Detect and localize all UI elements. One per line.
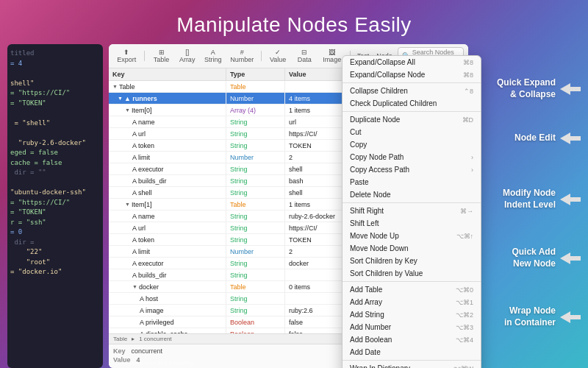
cell-key: A image xyxy=(109,305,226,316)
menu-check-duplicated[interactable]: Check Duplicated Children xyxy=(343,97,481,110)
cell-key: ▼ docker xyxy=(109,281,226,292)
menu-item-label: Add Array xyxy=(350,298,382,306)
export-button[interactable]: ⬆ Export xyxy=(113,47,140,65)
menu-duplicate-node[interactable]: Duplicate Node ⌘D xyxy=(343,113,481,126)
menu-add-string[interactable]: Add String ⌥⌘2 xyxy=(343,308,481,321)
menu-collapse-children[interactable]: Collapse Children ⌃8 xyxy=(343,85,481,97)
menu-delete-node[interactable]: Delete Node xyxy=(343,188,481,201)
menu-separator xyxy=(343,111,481,112)
cell-type: Number xyxy=(226,93,285,104)
menu-item-label: Add Date xyxy=(350,348,381,356)
menu-item-shortcut: ⌘8 xyxy=(463,59,473,66)
annotation-quick-add: Quick AddNew Node xyxy=(512,247,581,269)
code-line: = 4 xyxy=(10,59,100,69)
cell-key: A privileged xyxy=(109,316,226,328)
cell-type: Table xyxy=(226,199,285,210)
cell-type: String xyxy=(226,293,285,304)
menu-item-label: Shift Right xyxy=(350,207,384,215)
menu-separator xyxy=(343,360,481,361)
cell-type: String xyxy=(226,128,285,139)
menu-move-node-down[interactable]: Move Node Down xyxy=(343,242,481,255)
menu-add-array[interactable]: Add Array ⌥⌘1 xyxy=(343,296,481,308)
arrow-left-icon xyxy=(560,83,581,95)
menu-cut[interactable]: Cut xyxy=(343,126,481,138)
code-line: cache = false xyxy=(10,158,100,169)
cell-key: A url xyxy=(109,222,226,233)
menu-sort-by-value[interactable]: Sort Children by Value xyxy=(343,267,481,280)
menu-sort-by-key[interactable]: Sort Children by Key xyxy=(343,255,481,267)
cell-key: A shell xyxy=(109,187,226,198)
value-button[interactable]: ✓ Value xyxy=(266,47,290,65)
code-line: = "TOKEN" xyxy=(10,208,100,218)
code-line: titled xyxy=(10,49,100,59)
context-menu: Expand/Collapse All ⌘8 Expand/Collapse N… xyxy=(342,55,481,368)
table-button[interactable]: ⊞ Table xyxy=(149,47,173,65)
annotation-wrap-node: Wrap Nodein Container xyxy=(504,305,581,328)
menu-item-label: Cut xyxy=(350,128,362,136)
code-line: = "docker.io" xyxy=(10,267,100,277)
code-line: "22" xyxy=(10,247,100,258)
cell-type: String xyxy=(226,258,285,269)
menu-copy[interactable]: Copy xyxy=(343,138,481,151)
toolbar-separator xyxy=(261,51,262,61)
menu-wrap-in-dictionary[interactable]: Wrap In Dictionary ⌥⌘W xyxy=(343,362,481,368)
cell-type: String xyxy=(226,175,285,186)
annotation-text: Node Edit xyxy=(514,132,556,144)
code-line xyxy=(10,68,100,79)
cell-key: ▼ Item[1] xyxy=(109,199,226,210)
menu-copy-node-path[interactable]: Copy Node Path › xyxy=(343,151,481,163)
menu-item-label: Duplicate Node xyxy=(350,116,400,124)
data-button[interactable]: ⊟ Data xyxy=(293,47,316,65)
code-line: "root" xyxy=(10,258,100,268)
annotation-node-edit: Node Edit xyxy=(514,132,581,144)
menu-item-shortcut: › xyxy=(471,166,473,174)
menu-item-label: Shift Left xyxy=(350,219,379,227)
code-line: eged = false xyxy=(10,148,100,158)
arrow-left-icon xyxy=(560,194,581,205)
menu-item-shortcut: ⌥⌘4 xyxy=(456,336,473,344)
menu-item-label: Add Boolean xyxy=(350,336,392,344)
code-line: = "https://CI/" xyxy=(10,198,100,208)
menu-shift-right[interactable]: Shift Right ⌘→ xyxy=(343,205,481,217)
annotations-panel: Quick Expand& Collapse Node Edit Modify … xyxy=(474,44,581,368)
menu-item-shortcut: › xyxy=(471,154,473,161)
left-code-panel: titled = 4 shell" = "https://CI/" = "TOK… xyxy=(7,44,103,368)
menu-expand-collapse-node[interactable]: Expand/Collapse Node ⌘8 xyxy=(343,68,481,81)
arrow-left-icon xyxy=(560,252,581,264)
menu-item-shortcut: ⌥⌘2 xyxy=(456,311,473,319)
cell-key: A name xyxy=(109,116,226,127)
code-line xyxy=(10,108,100,118)
cell-key: A limit xyxy=(109,246,226,257)
code-line: = 0 xyxy=(10,227,100,238)
array-button[interactable]: [] Array xyxy=(176,47,198,65)
cell-key: A disable_cache xyxy=(109,328,226,333)
menu-expand-collapse-all[interactable]: Expand/Collapse All ⌘8 xyxy=(343,56,481,68)
menu-move-node-up[interactable]: Move Node Up ⌥⌘↑ xyxy=(343,230,481,242)
menu-item-label: Expand/Collapse All xyxy=(350,58,415,66)
annotation-text: Wrap Nodein Container xyxy=(504,305,556,328)
string-button[interactable]: A String xyxy=(201,47,225,65)
code-line xyxy=(10,128,100,138)
menu-item-shortcut: ⌘→ xyxy=(460,208,473,215)
status-separator: ▸ xyxy=(132,336,135,342)
menu-item-shortcut: ⌥⌘3 xyxy=(456,324,473,331)
annotation-text: Quick Expand& Collapse xyxy=(497,77,556,100)
menu-copy-access-path[interactable]: Copy Access Path › xyxy=(343,163,481,176)
annotation-text: Quick AddNew Node xyxy=(512,247,556,269)
menu-shift-left[interactable]: Shift Left xyxy=(343,217,481,230)
menu-add-number[interactable]: Add Number ⌥⌘3 xyxy=(343,321,481,333)
menu-item-label: Add String xyxy=(350,311,384,319)
cell-key: A token xyxy=(109,140,226,151)
cell-key: A host xyxy=(109,293,226,304)
menu-add-date[interactable]: Add Date xyxy=(343,346,481,358)
menu-separator xyxy=(343,281,481,282)
code-line: = "TOKEN" xyxy=(10,99,100,109)
menu-paste[interactable]: Paste xyxy=(343,176,481,188)
arrow-left-icon xyxy=(560,311,581,323)
menu-item-label: Paste xyxy=(350,178,369,186)
menu-item-label: Delete Node xyxy=(350,191,391,199)
menu-add-table[interactable]: Add Table ⌥⌘0 xyxy=(343,283,481,296)
menu-add-boolean[interactable]: Add Boolean ⌥⌘4 xyxy=(343,333,481,346)
number-button[interactable]: # Number xyxy=(228,47,257,65)
status-table: Table xyxy=(113,336,127,342)
